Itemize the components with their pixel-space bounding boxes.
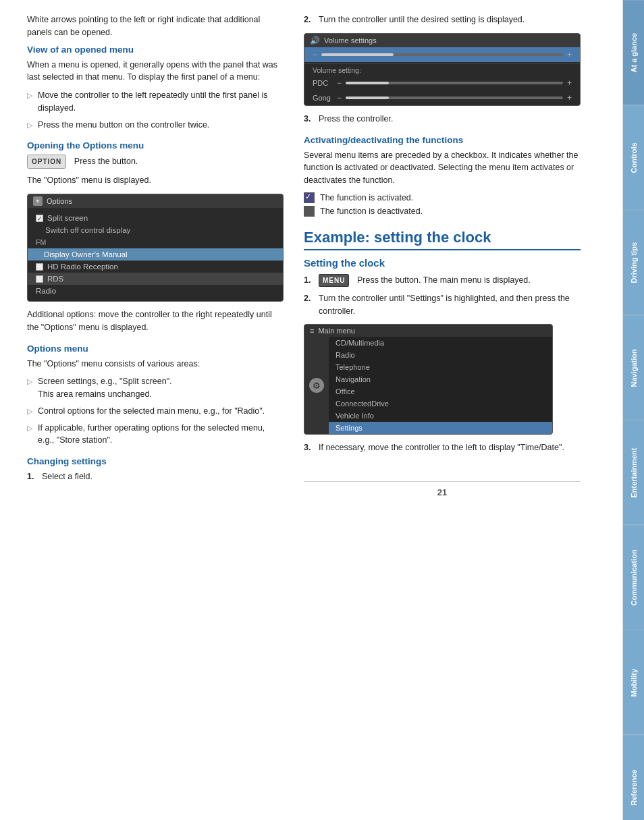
pdc-track — [346, 82, 563, 84]
clock-step-num-3: 3. — [304, 441, 315, 454]
speed-volume-item: − + — [304, 47, 580, 62]
option-button-image: OPTION — [27, 155, 66, 169]
switch-off-label: Switch off control display — [45, 226, 130, 234]
clock-step-1-content: MENU Press the button. The main menu is … — [319, 274, 531, 287]
step-3-press: 3. Press the controller. — [304, 113, 581, 126]
example-heading: Example: setting the clock — [304, 229, 581, 250]
check-activated-icon — [304, 192, 315, 203]
bullet-text-1: Move the controller to the left repeated… — [38, 89, 284, 115]
options-row-radio: Radio — [28, 285, 283, 297]
section-body-view: When a menu is opened, it generally open… — [27, 59, 284, 84]
bullet-arrow-2: ▷ — [27, 119, 32, 131]
slider-plus: + — [567, 50, 572, 59]
volume-settings-screenshot: 🔊 Volume settings − + Volume se — [304, 33, 581, 106]
gong-item: Gong − + — [304, 90, 580, 105]
step-num-2: 2. — [304, 13, 315, 26]
check-activated-row: The function is activated. — [304, 192, 581, 203]
clock-step-3-text: If necessary, move the controller to the… — [319, 441, 564, 454]
main-menu-list-icon: ≡ — [310, 327, 314, 335]
mm-item-navigation: Navigation — [329, 373, 552, 385]
check-activated-text: The function is activated. — [320, 193, 413, 202]
gong-track — [346, 97, 563, 99]
owners-manual-label: Display Owner's Manual — [44, 250, 128, 258]
tab-navigation[interactable]: Navigation — [623, 315, 644, 420]
options-row-hd-radio: HD Radio Reception — [28, 261, 283, 273]
section-view-opened-menu: View of an opened menu When a menu is op… — [27, 45, 284, 132]
options-icon: ✦ — [33, 196, 43, 206]
tab-communication[interactable]: Communication — [623, 525, 644, 630]
bullet-further-options: ▷ If applicable, further operating optio… — [27, 422, 284, 447]
mm-item-vehicle-info: Vehicle Info — [329, 410, 552, 422]
activating-body: Several menu items are preceded by a che… — [304, 149, 581, 187]
bullet-screen-settings: ▷ Screen settings, e.g., "Split screen".… — [27, 375, 284, 401]
clock-step-1: 1. MENU Press the button. The main menu … — [304, 274, 581, 287]
check-deactivated-text: The function is deactivated. — [320, 207, 423, 216]
options-row-rds: RDS — [28, 273, 283, 285]
gong-minus: − — [337, 93, 342, 103]
tab-reference[interactable]: Reference — [623, 735, 644, 821]
mm-item-office: Office — [329, 385, 552, 398]
step-2-text: Turn the controller until the desired se… — [319, 13, 525, 26]
gong-slider: Gong − + — [313, 93, 572, 103]
main-menu-titlebar: ≡ Main menu — [304, 325, 552, 337]
page-number: 21 — [437, 487, 447, 497]
radio-label: Radio — [36, 287, 56, 295]
additional-options-text: Additional options: move the controller … — [27, 308, 284, 334]
bullet-arrow-3: ▷ — [27, 376, 32, 387]
options-content: Split screen Switch off control display … — [28, 208, 283, 301]
section-title-options-menu: Options menu — [27, 344, 284, 354]
options-menu-displayed-text: The "Options" menu is displayed. — [27, 174, 284, 187]
speed-volume-slider: − + — [313, 50, 572, 59]
clock-step-2-text: Turn the controller until "Settings" is … — [319, 292, 581, 318]
volume-selected-item: − + — [304, 47, 580, 62]
slider-minus: − — [313, 50, 317, 59]
tab-driving-tips[interactable]: Driving tips — [623, 210, 644, 315]
gong-plus: + — [567, 93, 572, 103]
rds-label: RDS — [47, 275, 63, 283]
options-screenshot: ✦ Options Split screen Switch off contro… — [27, 194, 284, 302]
tab-at-a-glance[interactable]: At a glance — [623, 0, 644, 105]
check-deactivated-row: The function is deactivated. — [304, 206, 581, 217]
main-menu-screenshot: ≡ Main menu ⚙ CD/Multimedia Radio Teleph… — [304, 324, 553, 435]
pdc-minus: − — [337, 78, 342, 88]
activating-title: Activating/deactivating the functions — [304, 135, 581, 145]
checkbox-split-screen — [36, 215, 43, 222]
sidebar-tabs: At a glance Controls Driving tips Naviga… — [622, 0, 644, 820]
step-num-3: 3. — [304, 113, 315, 126]
menu-button-image: MENU — [319, 274, 349, 287]
bullet-arrow-1: ▷ — [27, 90, 32, 101]
bullet-arrow-5: ▷ — [27, 422, 32, 434]
clock-step-2: 2. Turn the controller until "Settings" … — [304, 292, 581, 318]
step-2-turn: 2. Turn the controller until the desired… — [304, 13, 581, 26]
step-num-1: 1. — [27, 470, 38, 483]
volume-titlebar: 🔊 Volume settings — [304, 34, 580, 47]
options-row-switch-off: Switch off control display — [28, 224, 283, 236]
split-screen-label: Split screen — [47, 214, 88, 222]
pdc-plus: + — [567, 78, 572, 88]
main-menu-content: ⚙ CD/Multimedia Radio Telephone Navigati… — [304, 337, 552, 434]
section-changing-settings: Changing settings 1. Select a field. — [27, 456, 284, 483]
checkbox-hd-radio — [36, 263, 43, 271]
bullet-arrow-4: ▷ — [27, 406, 32, 417]
bullet-item-2: ▷ Press the menu button on the controlle… — [27, 119, 284, 132]
bullet-text-2: Press the menu button on the controller … — [38, 119, 284, 132]
volume-icon: 🔊 — [310, 36, 320, 45]
hd-radio-label: HD Radio Reception — [47, 263, 118, 271]
step-3-text: Press the controller. — [319, 113, 393, 126]
main-menu-left-panel: ⚙ — [304, 337, 329, 434]
options-menu-body: The "Options" menu consists of various a… — [27, 358, 284, 371]
slider-fill-speed — [321, 53, 394, 56]
tab-controls[interactable]: Controls — [623, 105, 644, 211]
volume-title: Volume settings — [324, 36, 377, 45]
main-menu-items: CD/Multimedia Radio Telephone Navigation… — [329, 337, 552, 434]
clock-step-1-text: Press the button. The main menu is displ… — [357, 275, 531, 285]
pdc-label: PDC — [313, 79, 333, 87]
pdc-fill — [346, 82, 389, 84]
tab-entertainment[interactable]: Entertainment — [623, 420, 644, 525]
bullet-text-4: Control options for the selected main me… — [38, 405, 284, 418]
numbered-step-1: 1. Select a field. — [27, 470, 284, 483]
main-menu-title: Main menu — [318, 327, 354, 335]
slider-track-speed — [321, 53, 563, 56]
tab-mobility[interactable]: Mobility — [623, 630, 644, 735]
mm-item-settings: Settings — [329, 422, 552, 434]
